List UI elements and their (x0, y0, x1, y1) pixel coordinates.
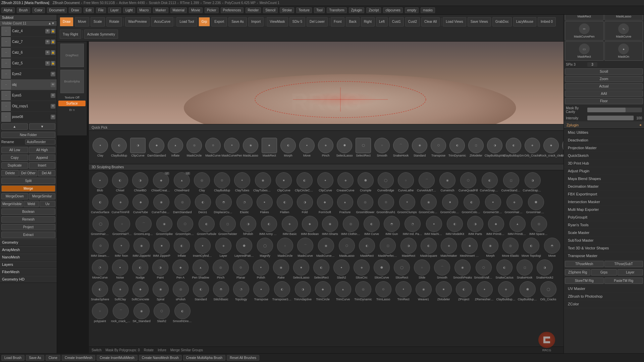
merge-similar-btn[interactable]: MergeSimilar (29, 193, 56, 199)
grp-btn[interactable]: Grp (199, 17, 210, 26)
menu-empty[interactable]: empty (405, 7, 419, 13)
draw-btn[interactable]: Draw (60, 17, 73, 26)
brush-grid-item-35[interactable]: ◎GroomBlower (356, 193, 375, 215)
all-high-btn[interactable]: All High (29, 147, 56, 153)
brush-grid-item-28[interactable]: ◓DisplaceCurve (213, 193, 234, 215)
brush-grid-item-107[interactable]: ◉SmoothPeaks (452, 259, 473, 280)
zoom-btn[interactable]: Zoom (565, 76, 643, 82)
geometryhd-label[interactable]: Geometry HD (0, 276, 57, 283)
brush-grid-item-111[interactable]: ◑SnakeHook2 (535, 259, 554, 280)
brush-grid-item-9[interactable]: ■ClipCurve (274, 172, 293, 193)
paste-tm-btn[interactable]: PasteTM Rig (604, 278, 643, 284)
brush-grid-item-123[interactable]: ◆TrimCircle (313, 281, 333, 302)
menu-movie[interactable]: Movie (189, 7, 203, 13)
plugin-multi-map-exporter[interactable]: Multi Map Exporter (564, 206, 644, 214)
menu-file[interactable]: File (96, 7, 106, 13)
del-other-btn[interactable]: Del Other (19, 170, 37, 176)
brush-grid-item-97[interactable]: ✦Polish (251, 259, 271, 280)
brush-grid-item-61[interactable]: ◐IMM ModelKit (445, 215, 465, 236)
quick-brush-transpose[interactable]: ⬡Transpose (430, 138, 447, 157)
eye-icon-catz6[interactable]: 👁 (45, 50, 50, 55)
brush-grid-item-16[interactable]: ⌒CurveMultiTube (416, 172, 437, 193)
brush-grid-item-24[interactable]: ◆CurveTube (131, 193, 150, 215)
quick-brush-maskcircle[interactable]: ◎MaskCircle (185, 138, 203, 157)
brush-grid-item-12[interactable]: ◈CreaseCurve (336, 172, 355, 193)
brush-grid-item-34[interactable]: ▲Fracture (335, 193, 355, 215)
create-insert-mesh-btn[interactable]: Create InsertMesh (62, 355, 95, 361)
store-tm-btn[interactable]: StoreTM Rig (565, 278, 604, 284)
uv-btn[interactable]: Uv (40, 201, 55, 207)
brush-grid-item-46[interactable]: ⌒GroomLengths (133, 215, 154, 236)
quick-brush-orb_cracks[interactable]: ◈Orb_Cracks (524, 138, 541, 157)
brush-grid-item-27[interactable]: ◐Deco1 (193, 193, 213, 215)
remesh-btn[interactable]: Remesh (1, 216, 55, 223)
brush-grid-item-43[interactable]: ⬟GroomHairLong (526, 193, 546, 215)
quick-brush-rock_crack_clea[interactable]: ◆Rock_crack_clea (542, 138, 560, 157)
brush-grid-item-108[interactable]: ⬡SmoothValleys (473, 259, 494, 280)
menu-zplugin[interactable]: Zplugin (349, 7, 365, 13)
lock-icon-catz7[interactable]: 🔓 (51, 40, 55, 44)
brush-grid-item-73[interactable]: ⬟LayeredPattern (234, 237, 255, 258)
brush-grid-item-87[interactable]: ◐Move Topologi (521, 237, 542, 258)
create-nano-btn[interactable]: Create NanoMesh Brush (139, 355, 182, 361)
brush-grid-item-5[interactable]: ◎Clay (192, 172, 212, 193)
rotate-btn[interactable]: Rotate (106, 17, 122, 26)
brush-grid-item-85[interactable]: ◉Morph (481, 237, 500, 258)
brush-grid-item-70[interactable]: ◐Inflate (172, 237, 192, 258)
brush-grid-item-4[interactable]: ▲17ChiselHard (172, 172, 192, 193)
plugin-adjust-plugin[interactable]: Adjust Plugin (564, 167, 644, 175)
brush-grid-item-109[interactable]: ◐SnakeCactus (495, 259, 514, 280)
brush-grid-item-128[interactable]: ◉Weave1 (414, 281, 433, 302)
brush-grid-item-11[interactable]: ●ClipCurve (316, 172, 335, 193)
plugin-intersection-masker[interactable]: Intersection Masker (564, 198, 644, 206)
menu-preferences[interactable]: Preferences (221, 7, 244, 13)
fibermesh-section[interactable]: FiberMesh (0, 268, 57, 276)
brush-grid-item-103[interactable]: ⬟SliceCurve (372, 259, 391, 280)
brush-grid-item-90[interactable]: ●Noise (110, 259, 130, 280)
menu-alpha[interactable]: Alpha (1, 7, 15, 13)
eye-icon-obj[interactable]: 👁 (51, 82, 55, 87)
bottom-save-as-btn[interactable]: Save As (26, 355, 44, 361)
brush-grid-item-120[interactable]: ●Transpose (252, 281, 271, 302)
brush-grid-item-50[interactable]: ◻GroomTwister (218, 215, 238, 236)
quick-brush-pinch[interactable]: ◈Pinch (317, 138, 334, 157)
quick-brush-selectrect[interactable]: ◯SelectRect (355, 138, 372, 157)
menu-light[interactable]: Light (123, 7, 135, 13)
scale-btn[interactable]: Scale (91, 17, 105, 26)
quick-brush-claybuildup[interactable]: ◐ClayBuildup (110, 138, 128, 157)
brush-grid-item-32[interactable]: ◑Fold (295, 193, 315, 215)
plugin-scale-master[interactable]: Scale Master (564, 229, 644, 237)
brush-grid-item-20[interactable]: ◻CurveStandard (501, 172, 522, 193)
tray-right-btn[interactable]: Tray Right (60, 29, 81, 39)
brush-grid-item-49[interactable]: ◐GroomTurbule (196, 215, 217, 236)
fibermesh-label[interactable]: FiberMesh (0, 268, 57, 275)
brush-grid-item-26[interactable]: ◎DamStandard (172, 193, 193, 215)
brush-grid-item-29[interactable]: ◔Elastic (235, 193, 254, 215)
geometryhd-section[interactable]: Geometry HD (0, 276, 57, 283)
merge-visible-btn[interactable]: MergeVisible (1, 201, 23, 207)
brush-grid-item-119[interactable]: ◔Topology (231, 281, 251, 302)
aall-btn[interactable]: AAll (565, 90, 643, 97)
grps-btn[interactable]: Grps (591, 269, 616, 276)
brush-grid-item-135[interactable]: ○polypaint (90, 302, 110, 323)
brush-grid-item-60[interactable]: ●IMM MachineP (424, 215, 444, 236)
create-multi-alpha-btn[interactable]: Create MultiAlpha Brush (183, 355, 225, 361)
brush-grid-item-14[interactable]: ◯CurveBridge (376, 172, 395, 193)
menu-stencil[interactable]: Stencil (263, 7, 278, 13)
quick-brush-clipcurve[interactable]: ◑ClipCurve (129, 138, 147, 157)
brush-grid-item-81[interactable]: ◑MaskRect (399, 237, 418, 258)
clear-all-btn[interactable]: Clear All (421, 17, 440, 26)
brush-grid-item-131[interactable]: ●ZRemesherGui (474, 281, 495, 302)
quick-brush-standard[interactable]: ◉Standard (411, 138, 428, 157)
brush-grid-item-3[interactable]: ◆17ChiselCreature (151, 172, 171, 193)
layers-section[interactable]: Layers (0, 261, 57, 268)
back-btn[interactable]: Back (346, 17, 359, 26)
sdiv-btn[interactable]: SDiv 5 (289, 17, 305, 26)
brush-grid-item-15[interactable]: ○CurveLathe (396, 172, 416, 193)
brush-grid-item-45[interactable]: ○GroomHairToss (112, 215, 132, 236)
quick-brush-morph[interactable]: ◐Morph (279, 138, 297, 157)
zplugin-header[interactable]: Zplugin ◂ (564, 121, 644, 129)
create-insert-multi-btn[interactable]: Create InsertMultiMesh (97, 355, 137, 361)
layer-btn[interactable]: Layer (618, 269, 643, 276)
mask-curve-pen-btn[interactable]: ✏ MaskCurvePen (565, 21, 604, 41)
